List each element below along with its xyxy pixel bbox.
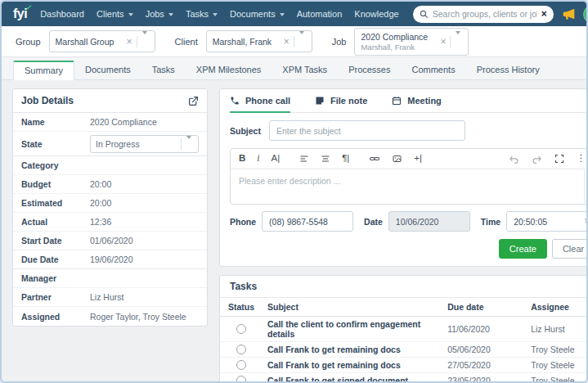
chevron-down-icon[interactable] — [182, 139, 193, 149]
content-area: Job Details Name 2020 Compliance State I… — [2, 80, 586, 383]
status-radio[interactable] — [236, 360, 246, 370]
more-options-icon[interactable]: ⋮ — [577, 154, 586, 164]
task-due-date: 05/06/2020 — [442, 342, 526, 357]
job-selector[interactable]: 2020 Compliance Marshall, Frank × — [354, 28, 469, 56]
logo-text: fyi — [13, 7, 27, 20]
add-button[interactable]: + — [583, 6, 588, 23]
global-search: × — [413, 6, 554, 23]
field-label: Due Date — [21, 255, 90, 264]
align-left-icon[interactable] — [299, 154, 309, 164]
nav-item-dashboard[interactable]: Dashboard — [40, 9, 84, 19]
task-assignee: Liz Hurst — [526, 322, 588, 336]
undo-icon[interactable] — [509, 155, 519, 164]
time-input[interactable] — [506, 211, 588, 232]
status-radio[interactable] — [236, 376, 246, 383]
tab-comments[interactable]: Comments — [401, 61, 465, 79]
link-icon[interactable] — [369, 154, 380, 164]
subject-input[interactable] — [269, 120, 465, 141]
client-label: Client — [175, 37, 198, 47]
job-details-card: Job Details Name 2020 Compliance State I… — [12, 88, 208, 327]
column-header-status: Status — [220, 298, 263, 316]
search-input[interactable] — [433, 9, 537, 19]
job-detail-row-start-date: Start Date 01/06/2020 — [13, 232, 207, 250]
chevron-down-icon[interactable] — [451, 34, 462, 49]
search-icon — [420, 10, 429, 19]
job-label: Job — [332, 37, 347, 47]
task-row[interactable]: Call Frank to get signed document 23/05/… — [220, 373, 588, 383]
column-header-assignee: Assignee — [526, 298, 588, 316]
field-label: Partner — [21, 292, 90, 302]
tab-phone-call[interactable]: Phone call — [230, 96, 290, 113]
clear-icon[interactable]: × — [280, 36, 294, 47]
status-radio[interactable] — [236, 345, 246, 354]
subject-label: Subject — [230, 126, 261, 136]
task-subject: Call the client to confirm engagement de… — [263, 317, 442, 341]
nav-item-clients[interactable]: Clients — [97, 9, 133, 19]
tasks-table-header: Status Subject Due date Assignee — [220, 298, 588, 317]
job-detail-row-assigned: Assigned Roger Taylor, Troy Steele — [13, 307, 207, 326]
clear-icon[interactable]: × — [436, 36, 450, 47]
image-icon[interactable] — [392, 154, 402, 164]
client-selector[interactable]: Marshall, Frank × — [206, 30, 312, 52]
status-radio[interactable] — [236, 324, 246, 334]
tab-meeting[interactable]: Meeting — [392, 96, 442, 113]
external-link-icon[interactable] — [188, 96, 199, 106]
field-label: Name — [21, 117, 90, 127]
date-input[interactable] — [388, 211, 470, 232]
nav-item-knowledge[interactable]: Knowledge — [354, 9, 398, 19]
chevron-down-icon[interactable] — [137, 34, 149, 49]
job-selector-subtitle: Marshall, Frank — [361, 43, 436, 52]
state-select[interactable]: In Progress — [90, 135, 199, 153]
tab-xpm-milestones[interactable]: XPM Milestones — [186, 61, 272, 79]
task-assignee: Troy Steele — [526, 373, 588, 383]
align-center-icon[interactable] — [321, 154, 330, 164]
editor-scrollbar[interactable] — [584, 170, 588, 203]
tab-summary[interactable]: Summary — [13, 61, 74, 80]
tab-documents[interactable]: Documents — [74, 61, 141, 79]
subject-row: Subject — [230, 120, 588, 141]
field-value: 19/06/2020 — [90, 255, 133, 264]
insert-more-icon[interactable]: +| — [414, 154, 422, 164]
tab-processes[interactable]: Processes — [338, 61, 401, 79]
task-row[interactable]: Call Frank to get remaining docs 27/05/2… — [220, 358, 588, 373]
megaphone-icon[interactable] — [562, 8, 576, 20]
field-value: Liz Hurst — [90, 292, 123, 302]
italic-icon[interactable]: i — [257, 154, 259, 164]
description-input[interactable]: Please enter description ... — [231, 169, 588, 204]
redo-icon[interactable] — [532, 155, 542, 164]
task-row[interactable]: Call Frank to get remaining docs 05/06/2… — [220, 342, 588, 358]
create-button[interactable]: Create — [499, 239, 547, 259]
fullscreen-icon[interactable] — [554, 154, 564, 164]
job-selector-title: 2020 Compliance — [361, 32, 436, 42]
field-value: 20:00 — [90, 179, 111, 189]
search-clear-icon[interactable]: × — [541, 9, 547, 19]
nav-item-tasks[interactable]: Tasks — [186, 9, 218, 19]
chevron-down-icon — [280, 13, 285, 16]
paragraph-format-icon[interactable]: ¶| — [342, 154, 349, 164]
field-label: Category — [21, 160, 90, 170]
column-header-due-date: Due date — [442, 298, 526, 316]
tab-xpm-tasks[interactable]: XPM Tasks — [272, 61, 338, 79]
nav-item-documents[interactable]: Documents — [230, 9, 285, 19]
font-format-icon[interactable]: A| — [272, 154, 281, 164]
bold-icon[interactable]: B — [239, 154, 245, 164]
clear-icon[interactable]: × — [123, 36, 137, 47]
tab-process-history[interactable]: Process History — [466, 61, 550, 79]
nav-item-automation[interactable]: Automation — [297, 9, 343, 19]
fyi-logo[interactable]: fyi ✓ — [13, 7, 27, 21]
group-selector[interactable]: Marshall Group × — [49, 30, 155, 52]
clear-time-icon[interactable]: × — [584, 215, 588, 227]
task-row[interactable]: Call the client to confirm engagement de… — [220, 317, 588, 342]
clear-button[interactable]: Clear — [552, 239, 588, 259]
client-selector-value: Marshall, Frank — [213, 37, 280, 47]
field-value: 12:36 — [90, 217, 111, 227]
tab-tasks[interactable]: Tasks — [141, 61, 186, 79]
tasks-title: Tasks — [220, 276, 588, 298]
nav-item-jobs[interactable]: Jobs — [146, 9, 173, 19]
phone-input[interactable] — [262, 211, 353, 232]
tasks-card: Tasks Status Subject Due date Assignee C… — [219, 275, 588, 383]
job-details-header: Job Details — [13, 89, 207, 113]
composer-tab-bar: Phone call File note Meeting — [230, 89, 588, 113]
tab-file-note[interactable]: File note — [315, 96, 367, 113]
chevron-down-icon[interactable] — [294, 34, 306, 49]
